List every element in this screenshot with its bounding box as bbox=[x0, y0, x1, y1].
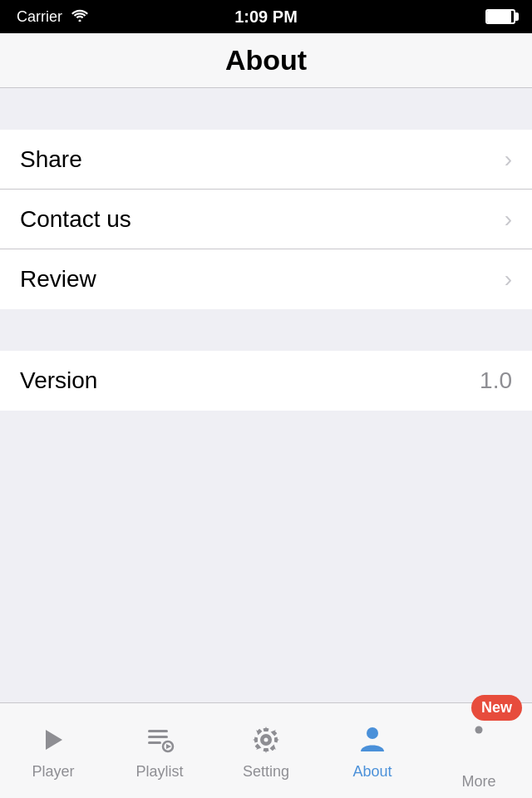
tab-bar: Player Playlist bbox=[0, 702, 532, 798]
carrier-label: Carrier bbox=[17, 8, 62, 26]
tab-setting-label: Setting bbox=[243, 763, 289, 781]
contact-label: Contact us bbox=[20, 206, 131, 233]
svg-rect-2 bbox=[148, 730, 168, 732]
version-row: Version 1.0 bbox=[0, 351, 532, 411]
page-title: About bbox=[225, 44, 307, 76]
version-label: Version bbox=[20, 367, 97, 394]
svg-marker-6 bbox=[166, 744, 171, 749]
setting-icon bbox=[248, 722, 284, 758]
tab-playlist[interactable]: Playlist bbox=[106, 703, 213, 798]
tab-more-label: More bbox=[461, 773, 495, 791]
share-row[interactable]: Share › bbox=[0, 130, 532, 190]
tab-about[interactable]: About bbox=[319, 703, 426, 798]
svg-point-0 bbox=[79, 20, 81, 22]
svg-point-8 bbox=[263, 736, 269, 743]
tab-more[interactable]: New More bbox=[426, 703, 532, 798]
contact-row[interactable]: Contact us › bbox=[0, 190, 532, 249]
content-area bbox=[0, 411, 532, 702]
share-chevron-icon: › bbox=[505, 146, 512, 173]
svg-point-11 bbox=[475, 726, 483, 733]
status-time: 1:09 PM bbox=[234, 7, 298, 27]
tab-setting[interactable]: Setting bbox=[213, 703, 319, 798]
share-label: Share bbox=[20, 146, 82, 173]
contact-chevron-icon: › bbox=[505, 206, 512, 233]
review-chevron-icon: › bbox=[505, 266, 512, 293]
status-bar: Carrier 1:09 PM bbox=[0, 0, 532, 33]
svg-point-10 bbox=[367, 727, 378, 739]
navigation-bar: About bbox=[0, 33, 532, 88]
battery-icon bbox=[485, 9, 515, 24]
menu-table: Share › Contact us › Review › bbox=[0, 130, 532, 309]
tab-playlist-label: Playlist bbox=[135, 763, 183, 781]
version-value: 1.0 bbox=[480, 367, 512, 394]
playlist-icon bbox=[141, 722, 178, 758]
svg-rect-3 bbox=[148, 736, 168, 738]
review-row[interactable]: Review › bbox=[0, 249, 532, 309]
more-icon-wrapper: New bbox=[461, 712, 497, 748]
svg-marker-1 bbox=[46, 730, 62, 750]
wifi-icon bbox=[71, 8, 89, 25]
tab-player-label: Player bbox=[32, 763, 74, 781]
svg-rect-4 bbox=[148, 741, 161, 744]
new-badge: New bbox=[471, 695, 522, 721]
section-spacer-top bbox=[0, 88, 532, 130]
player-icon bbox=[35, 722, 71, 758]
section-spacer-middle bbox=[0, 309, 532, 351]
tab-player[interactable]: Player bbox=[0, 703, 106, 798]
tab-about-label: About bbox=[352, 763, 392, 781]
about-icon bbox=[354, 722, 391, 758]
review-label: Review bbox=[20, 266, 96, 293]
